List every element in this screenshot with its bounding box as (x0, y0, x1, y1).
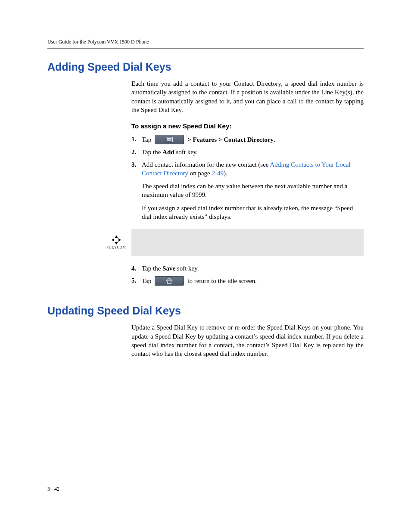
svg-rect-8 (168, 281, 171, 283)
step-3-note-1: The speed dial index can be any value be… (142, 182, 364, 199)
step-text: Tap (142, 135, 151, 144)
svg-marker-6 (112, 238, 114, 242)
step-body: Tap the Save soft key. (142, 264, 364, 273)
step-number: 3. (131, 160, 142, 169)
step-3-note-2: If you assign a speed dial index number … (142, 204, 364, 221)
polycom-logo-text: POLYCOM (106, 246, 126, 250)
svg-marker-4 (115, 235, 118, 238)
step-text: Tap (142, 277, 151, 285)
callout-body (131, 229, 364, 256)
procedure-heading: To assign a new Speed Dial Key: (131, 122, 364, 131)
procedure-list: 1. Tap > Features > Contact Directory. (131, 135, 364, 221)
section1-body: Each time you add a contact to your Cont… (131, 79, 364, 286)
updating-intro: Update a Speed Dial Key to remove or re-… (131, 323, 364, 358)
step-5: 5. Tap to return to the idle screen. (131, 276, 364, 286)
running-head: User Guide for the Polycom VVX 1500 D Ph… (47, 39, 364, 45)
step-1: 1. Tap > Features > Contact Directory. (131, 135, 364, 144)
svg-marker-5 (115, 242, 118, 245)
step-body: Add contact information for the new cont… (142, 160, 364, 221)
note-callout: POLYCOM (101, 229, 364, 256)
polycom-logo: POLYCOM (101, 229, 131, 256)
step-number: 5. (131, 276, 142, 285)
step-body: Tap to return to the idle screen. (142, 276, 364, 286)
home-icon (155, 276, 184, 286)
procedure-list-cont: 4. Tap the Save soft key. 5. Tap to retu… (131, 264, 364, 286)
step-number: 1. (131, 135, 142, 143)
page: User Guide for the Polycom VVX 1500 D Ph… (0, 0, 411, 532)
section-updating: Updating Speed Dial Keys Update a Speed … (47, 305, 364, 358)
step-body: Tap the Add soft key. (142, 148, 364, 156)
svg-marker-7 (118, 238, 121, 242)
step-number: 2. (131, 148, 142, 156)
heading-updating-speed-dial: Updating Speed Dial Keys (47, 305, 364, 317)
heading-adding-speed-dial: Adding Speed Dial Keys (47, 61, 364, 73)
step-text-post: to return to the idle screen. (187, 277, 257, 285)
step-number: 4. (131, 264, 142, 273)
step-3: 3. Add contact information for the new c… (131, 160, 364, 221)
page-number: 3 - 42 (47, 486, 59, 492)
link-page-ref[interactable]: 2-49 (212, 170, 224, 177)
intro-paragraph: Each time you add a contact to your Cont… (131, 79, 364, 114)
step-body: Tap > Features > Contact Directory. (142, 135, 364, 144)
step-2: 2. Tap the Add soft key. (131, 148, 364, 156)
step-text-post: > Features > Contact Directory. (187, 135, 275, 144)
header-rule (47, 48, 364, 49)
step-4: 4. Tap the Save soft key. (131, 264, 364, 273)
menu-icon (155, 135, 184, 144)
